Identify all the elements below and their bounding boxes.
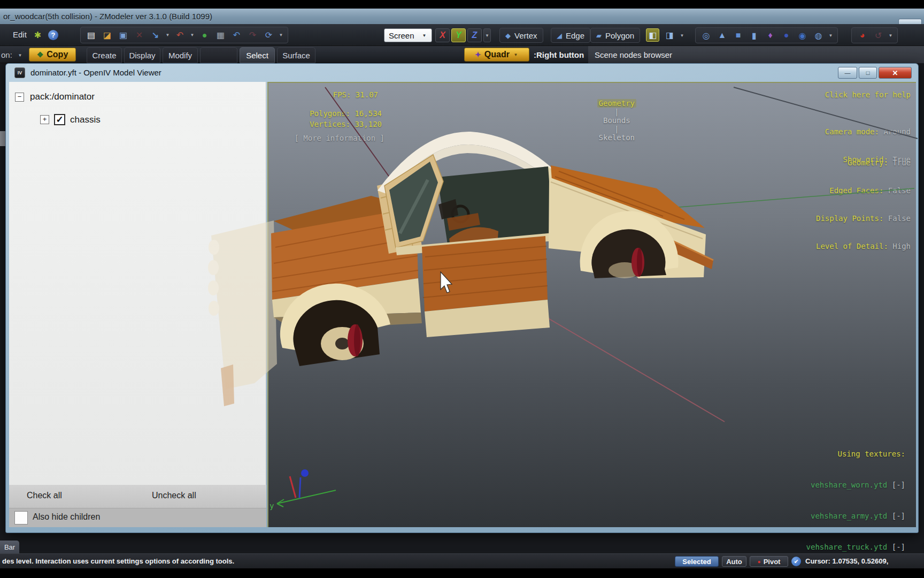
primitive-tube-icon[interactable]: ◍ <box>812 29 825 42</box>
bottom-black-strip <box>0 568 924 578</box>
tree-row-chassis[interactable]: + ✓ chassis <box>40 114 101 125</box>
ribbon-left-dropdown-icon[interactable]: ▼ <box>17 53 23 58</box>
pivot-mode-button[interactable]: ● Pivot <box>750 556 788 567</box>
texture-item: vehshare_truck.ytd [-] <box>806 540 905 554</box>
openiv-window-icon: IV <box>14 67 25 78</box>
view-tab-bounds[interactable]: Bounds <box>603 116 630 125</box>
screen-mode-select[interactable]: Screen ▼ <box>384 28 432 42</box>
new-file-icon[interactable]: ▤ <box>84 28 98 42</box>
scene-nodes-browser-header[interactable]: Scene nodes browser <box>588 46 924 63</box>
ribbon-left-label: on: <box>1 50 12 59</box>
vertices-readout: Vertices: 33,120 <box>290 120 382 128</box>
view-tab-geometry[interactable]: Geometry <box>597 99 636 108</box>
polygon-icon: ▰ <box>596 32 602 40</box>
more-information-link[interactable]: [ More information ] <box>279 134 384 142</box>
polygons-readout: Polygons: 16,534 <box>290 109 382 118</box>
file-toolbar-group: ▤ ◪ ▣ ✕ ↘ ▼ ↶ ▼ ● ▦ ↶ ↷ ⟳ ▼ <box>80 27 288 43</box>
viewer-minimize-button[interactable]: — <box>838 67 857 79</box>
selection-dropdown-icon[interactable]: ▼ <box>679 33 685 38</box>
scene-tree-panel: − pack:/dominator + ✓ chassis <box>9 82 266 485</box>
material-red-icon[interactable]: ◕ <box>856 29 869 42</box>
vertex-mode-button[interactable]: ◆ Vertex <box>499 28 543 43</box>
primitives-dropdown-icon[interactable]: ▼ <box>828 33 834 38</box>
also-hide-children-checkbox[interactable] <box>14 511 28 524</box>
primitives-toolbar-group: ◎ ▲ ■ ▮ ♦ ● ◉ ◍ ▼ <box>695 27 838 43</box>
undo-dropdown-icon[interactable]: ▼ <box>189 33 195 37</box>
primitive-cone-icon[interactable]: ▲ <box>715 29 729 42</box>
background-side-tab <box>0 131 5 146</box>
open-folder-icon[interactable]: ◪ <box>101 28 114 42</box>
pivot-dot-icon: ● <box>758 559 761 565</box>
axis-z-button[interactable]: Z <box>467 28 482 42</box>
undo-icon[interactable]: ↶ <box>173 28 187 42</box>
save-icon[interactable]: ▣ <box>117 28 130 42</box>
primitive-cylinder-icon[interactable]: ▮ <box>748 29 761 42</box>
selected-mode-button[interactable]: Selected <box>675 556 719 567</box>
help-link[interactable]: Click here for help <box>825 90 911 99</box>
axis-x-button[interactable]: X <box>435 28 450 42</box>
collapse-expander-icon[interactable]: − <box>15 93 24 102</box>
edge-mode-button[interactable]: ◢ Edge <box>551 28 590 43</box>
material-dropdown-icon[interactable]: ▼ <box>888 33 894 38</box>
copy-button[interactable]: ❖ Copy <box>29 48 76 62</box>
polygon-mode-button[interactable]: ▰ Polygon <box>590 28 640 43</box>
bug-report-icon[interactable]: ✱ <box>31 28 44 42</box>
import-dropdown-icon[interactable]: ▼ <box>165 33 171 37</box>
grid-settings-icon[interactable]: ▦ <box>214 28 227 42</box>
primitive-torus-icon[interactable]: ◎ <box>699 29 713 42</box>
help-icon[interactable]: ? <box>48 30 58 40</box>
primitive-sphere-icon[interactable]: ● <box>780 29 793 42</box>
texture-remove-button[interactable]: [-] <box>892 512 905 520</box>
tab-select[interactable]: Select <box>240 47 275 63</box>
tree-chassis-label[interactable]: chassis <box>70 115 101 125</box>
tab-surface[interactable]: Surface <box>277 47 315 63</box>
history-back-icon[interactable]: ↶ <box>230 28 243 42</box>
expand-expander-icon[interactable]: + <box>40 115 49 124</box>
status-check-icon[interactable]: ✔ <box>791 557 801 566</box>
refresh-icon[interactable]: ⟳ <box>262 28 275 42</box>
material-toolbar-group: ◕ ↺ ▼ <box>851 27 898 43</box>
main-toolbar: Edit ✱ ? ▤ ◪ ▣ ✕ ↘ ▼ ↶ ▼ ● ▦ ↶ ↷ ⟳ ▼ Scr… <box>0 24 924 46</box>
viewer-close-button[interactable]: ✕ <box>879 67 912 79</box>
tab-create[interactable]: Create <box>87 47 122 63</box>
selection-tool-icon[interactable]: ◨ <box>663 28 676 42</box>
vertex-icon: ◆ <box>505 32 511 40</box>
texture-item: vehshare_worn.ytd [-] <box>806 478 905 492</box>
selection-tool-active-icon[interactable]: ◧ <box>646 28 659 42</box>
screen-dropdown-icon: ▼ <box>421 33 427 38</box>
axis-dropdown-button[interactable]: ▼ <box>483 28 491 42</box>
web-globe-icon[interactable]: ● <box>198 28 211 42</box>
display-settings-readout: Geometry: True Edged Faces: False Displa… <box>816 140 911 269</box>
toolbar-overflow-icon[interactable]: ▼ <box>278 33 284 37</box>
menu-edit[interactable]: Edit <box>13 30 27 39</box>
primitive-lamp-icon[interactable]: ♦ <box>764 29 777 42</box>
viewer-maximize-button[interactable]: □ <box>859 67 877 79</box>
material-rotate-icon[interactable]: ↺ <box>872 29 885 42</box>
bar-tab[interactable]: Bar <box>0 541 19 553</box>
texture-remove-button[interactable]: [-] <box>892 481 905 489</box>
ribbon-bar: on: ▼ ❖ Copy Create Display Modify Selec… <box>0 46 924 63</box>
uncheck-all-button[interactable]: Uncheck all <box>152 491 196 500</box>
view-mode-tabs: Geometry | Bounds | Skeleton <box>523 90 683 150</box>
tree-row-root[interactable]: − pack:/dominator <box>15 92 95 102</box>
tab-display[interactable]: Display <box>124 47 160 63</box>
tab-modify[interactable]: Modify <box>163 47 198 63</box>
check-all-button[interactable]: Check all <box>27 491 62 500</box>
auto-mode-button[interactable]: Auto <box>722 556 746 567</box>
tree-root-label[interactable]: pack:/dominator <box>30 92 95 102</box>
view-tab-skeleton[interactable]: Skeleton <box>599 133 635 142</box>
axis-y-button[interactable]: Y <box>451 28 466 42</box>
delete-icon[interactable]: ✕ <box>133 28 146 42</box>
viewport-3d[interactable]: FPS: 31.07 Polygons: 16,534 Vertices: 33… <box>267 82 916 527</box>
primitive-cube-icon[interactable]: ■ <box>732 29 745 42</box>
quadr-dropdown-icon: ▼ <box>513 52 519 57</box>
main-window-title: or_woodcar(5th collision) - ZModeler ver… <box>3 12 212 21</box>
texture-remove-button[interactable]: [-] <box>892 543 905 551</box>
import-icon[interactable]: ↘ <box>149 28 162 42</box>
history-forward-icon[interactable]: ↷ <box>246 28 259 42</box>
primitive-swirl-icon[interactable]: ◉ <box>796 29 809 42</box>
tab-rigging[interactable] <box>200 47 237 63</box>
quadr-button[interactable]: ✦ Quadr ▼ <box>464 48 529 62</box>
also-hide-children-label[interactable]: Also hide children <box>33 512 100 522</box>
chassis-checkbox[interactable]: ✓ <box>54 114 65 125</box>
